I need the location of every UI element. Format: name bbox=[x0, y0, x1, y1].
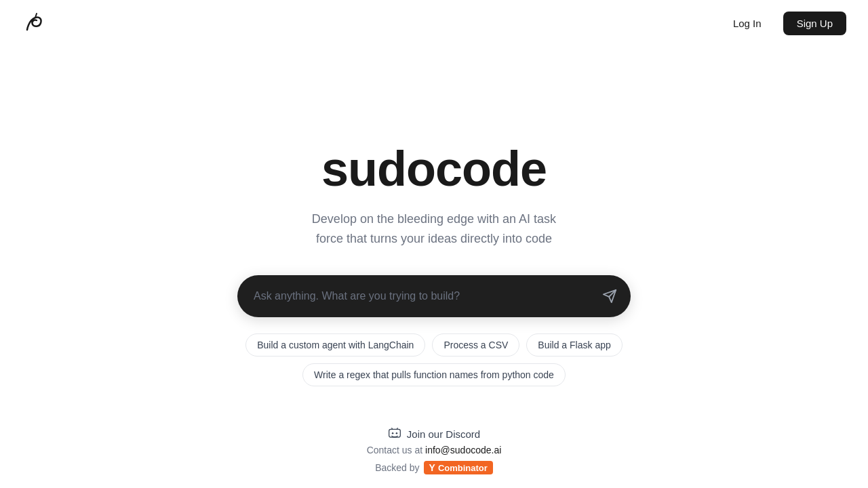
search-container bbox=[237, 275, 631, 317]
header-nav: Log In Sign Up bbox=[722, 12, 846, 35]
hero-section: sudocode Develop on the bleeding edge wi… bbox=[312, 142, 556, 249]
login-button[interactable]: Log In bbox=[722, 12, 772, 35]
suggestion-chip-csv[interactable]: Process a CSV bbox=[432, 333, 519, 357]
search-bar bbox=[237, 275, 631, 317]
suggestions-row-2: Write a regex that pulls function names … bbox=[302, 363, 566, 386]
logo bbox=[22, 11, 46, 35]
hero-title: sudocode bbox=[321, 142, 547, 196]
logo-icon bbox=[22, 11, 46, 35]
suggestion-chip-regex[interactable]: Write a regex that pulls function names … bbox=[302, 363, 566, 386]
search-input[interactable] bbox=[254, 290, 599, 302]
signup-button[interactable]: Sign Up bbox=[783, 12, 846, 35]
backed-by: Backed by Y Combinator bbox=[375, 461, 493, 474]
header: Log In Sign Up bbox=[0, 0, 868, 46]
search-submit-button[interactable] bbox=[599, 286, 620, 306]
suggestion-chip-flask[interactable]: Build a Flask app bbox=[526, 333, 622, 357]
suggestions-row-1: Build a custom agent with LangChain Proc… bbox=[245, 333, 623, 357]
yc-y-letter: Y bbox=[429, 462, 435, 473]
main-content: sudocode Develop on the bleeding edge wi… bbox=[0, 0, 868, 488]
yc-badge: Y Combinator bbox=[424, 461, 493, 474]
suggestion-chip-langchain[interactable]: Build a custom agent with LangChain bbox=[245, 333, 425, 357]
svg-point-2 bbox=[395, 432, 397, 434]
discord-icon bbox=[388, 427, 401, 441]
contact-email-link[interactable]: info@sudocode.ai bbox=[425, 445, 501, 455]
send-icon bbox=[602, 289, 617, 304]
footer: Join our Discord Contact us at info@sudo… bbox=[0, 427, 868, 474]
svg-rect-0 bbox=[389, 429, 400, 437]
hero-subtitle: Develop on the bleeding edge with an AI … bbox=[312, 209, 556, 249]
contact-info: Contact us at info@sudocode.ai bbox=[367, 445, 502, 455]
suggestions: Build a custom agent with LangChain Proc… bbox=[245, 333, 623, 386]
svg-point-1 bbox=[392, 432, 394, 434]
discord-link[interactable]: Join our Discord bbox=[388, 427, 480, 441]
